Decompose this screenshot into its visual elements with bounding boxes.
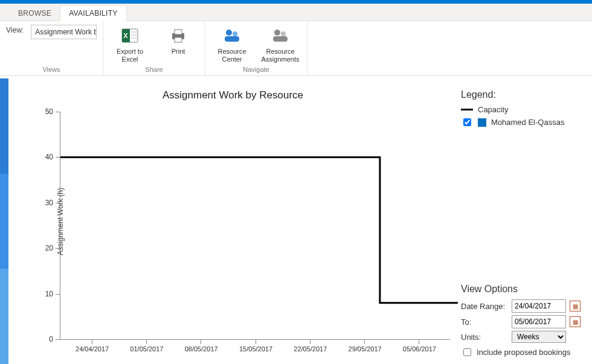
x-tick-label: 24/04/2017: [76, 345, 109, 353]
svg-rect-14: [273, 36, 288, 42]
calendar-icon[interactable]: ▦: [570, 301, 581, 311]
content: Assignment Work by Resource Assignment W…: [8, 78, 592, 364]
x-tick: 08/05/2017: [201, 339, 201, 344]
ribbon-group-label-views: Views: [6, 66, 97, 73]
to-input[interactable]: [512, 315, 566, 328]
svg-text:X: X: [123, 32, 128, 39]
x-tick: 29/05/2017: [364, 339, 365, 344]
x-tick: 01/05/2017: [146, 339, 147, 344]
x-tick: 22/05/2017: [310, 339, 310, 344]
units-label: Units:: [461, 333, 508, 342]
legend-resource-label: Mohamed El-Qassas: [491, 118, 564, 127]
print-label: Print: [172, 48, 185, 56]
resource-assignments-button[interactable]: Resource Assignments: [260, 25, 301, 65]
resource-center-button[interactable]: Resource Center: [211, 25, 253, 65]
y-tick: 30: [56, 203, 60, 203]
printer-icon: [169, 26, 188, 45]
to-label: To:: [461, 318, 508, 327]
ribbon-group-share: X Export to Excel Print Share: [103, 21, 205, 75]
ribbon-group-label-share: Share: [109, 66, 199, 73]
x-tick: 05/06/2017: [419, 339, 419, 344]
chart-series: [60, 112, 450, 339]
view-options-title: View Options: [461, 284, 585, 295]
include-proposed-checkbox[interactable]: [463, 348, 471, 356]
y-tick-label: 10: [45, 290, 53, 298]
x-tick-label: 29/05/2017: [349, 345, 382, 353]
excel-icon: X: [120, 26, 140, 45]
export-to-excel-button[interactable]: X Export to Excel: [109, 25, 150, 65]
legend-item-capacity: Capacity: [461, 105, 585, 114]
series-capacity: [60, 157, 458, 302]
x-tick-label: 05/06/2017: [403, 345, 436, 353]
ribbon-group-views: View: Assignment Work by resour ▾ Views: [0, 21, 103, 75]
y-tick: 0: [56, 339, 60, 340]
view-label: View:: [6, 26, 24, 34]
svg-point-10: [233, 31, 237, 36]
right-panel: Legend: Capacity Mohamed El-Qassas View …: [457, 78, 592, 364]
units-select[interactable]: Weeks: [512, 331, 566, 343]
users-grey-icon: [271, 26, 290, 45]
legend-capacity-label: Capacity: [478, 105, 509, 114]
x-tick: 15/05/2017: [256, 339, 256, 344]
ribbon-group-navigate: Resource Center Resource Assignments Nav…: [205, 21, 307, 75]
y-tick-label: 50: [45, 107, 53, 116]
svg-rect-7: [175, 30, 182, 34]
x-tick: 24/04/2017: [92, 339, 92, 344]
print-button[interactable]: Print: [158, 25, 199, 57]
view-options: View Options Date Range: ▦ To: ▦ Units: …: [461, 284, 585, 358]
left-stripe: [0, 78, 8, 364]
view-selector-value: Assignment Work by resour: [35, 28, 97, 36]
legend: Legend: Capacity Mohamed El-Qassas: [461, 89, 585, 130]
legend-title: Legend:: [461, 89, 585, 100]
tab-availability[interactable]: AVAILABILITY: [60, 5, 127, 21]
resource-assignments-label: Resource Assignments: [261, 48, 300, 63]
export-label: Export to Excel: [111, 48, 149, 63]
chart-area: Assignment Work by Resource Assignment W…: [8, 78, 457, 364]
resource-center-label: Resource Center: [213, 48, 251, 63]
calendar-icon[interactable]: ▦: [570, 316, 581, 327]
legend-line-icon: [461, 109, 473, 110]
y-tick: 10: [56, 294, 60, 295]
chart-plot: 0102030405024/04/201701/05/201708/05/201…: [60, 112, 450, 340]
include-proposed-label[interactable]: Include proposed bookings: [477, 348, 570, 357]
date-range-input[interactable]: [512, 299, 566, 313]
svg-rect-11: [225, 36, 239, 42]
legend-swatch-icon: [478, 118, 486, 127]
ribbon: View: Assignment Work by resour ▾ Views …: [0, 21, 592, 76]
x-tick-label: 22/05/2017: [294, 345, 327, 353]
ribbon-tabs: BROWSE AVAILABILITY: [0, 4, 592, 21]
svg-point-13: [281, 31, 286, 36]
x-tick-label: 01/05/2017: [130, 345, 163, 353]
legend-resource-checkbox[interactable]: [463, 118, 471, 126]
legend-item-resource: Mohamed El-Qassas: [461, 117, 585, 128]
tab-browse[interactable]: BROWSE: [10, 5, 60, 21]
y-tick: 20: [56, 248, 60, 249]
x-tick-label: 15/05/2017: [239, 345, 272, 353]
y-tick-label: 0: [49, 335, 53, 343]
y-tick-label: 20: [45, 244, 53, 252]
view-selector[interactable]: Assignment Work by resour ▾: [31, 25, 97, 39]
y-tick: 40: [56, 157, 60, 158]
x-tick-label: 08/05/2017: [185, 345, 218, 353]
users-icon: [222, 26, 242, 45]
y-tick: 50: [56, 112, 60, 112]
y-tick-label: 30: [45, 199, 53, 207]
ribbon-group-label-navigate: Navigate: [211, 66, 301, 73]
chart-title: Assignment Work by Resource: [14, 89, 451, 101]
y-tick-label: 40: [45, 153, 53, 161]
svg-point-12: [274, 30, 280, 36]
svg-rect-8: [175, 37, 182, 42]
date-range-label: Date Range:: [461, 302, 508, 311]
svg-point-9: [226, 30, 232, 36]
